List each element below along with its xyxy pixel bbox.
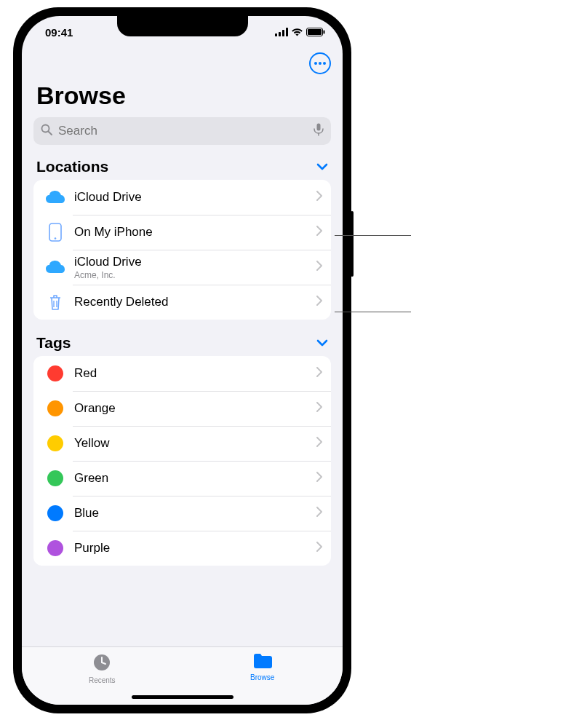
location-row-recently-deleted[interactable]: Recently Deleted	[33, 285, 331, 320]
tab-label: Browse	[250, 673, 274, 681]
chevron-right-icon	[316, 367, 322, 380]
chevron-right-icon	[316, 226, 322, 239]
phone-frame: 09:41 Browse	[13, 7, 351, 713]
svg-line-11	[49, 132, 52, 135]
tag-dot-icon	[44, 435, 67, 451]
chevron-down-icon	[316, 336, 328, 349]
icloud-icon	[44, 190, 67, 205]
icloud-icon	[44, 260, 67, 274]
cellular-icon	[275, 26, 288, 39]
chevron-right-icon	[316, 507, 322, 520]
home-indicator[interactable]	[132, 695, 233, 699]
row-label: Red	[74, 366, 316, 381]
svg-rect-3	[286, 28, 288, 36]
row-sublabel: Acme, Inc.	[74, 270, 316, 280]
row-label: Green	[74, 471, 316, 486]
row-label: Blue	[74, 506, 316, 521]
notch	[117, 16, 248, 36]
tag-dot-icon	[44, 470, 67, 486]
chevron-down-icon	[316, 160, 328, 173]
tag-row[interactable]: Blue	[33, 496, 331, 531]
tag-row[interactable]: Red	[33, 356, 331, 391]
tag-dot-icon	[44, 365, 67, 381]
iphone-icon	[44, 223, 67, 242]
tag-row[interactable]: Purple	[33, 531, 331, 566]
tags-header[interactable]: Tags	[22, 334, 343, 356]
svg-point-8	[319, 62, 322, 65]
row-label: Yellow	[74, 436, 316, 451]
clock-icon	[92, 653, 111, 675]
chevron-right-icon	[316, 296, 322, 309]
row-label: On My iPhone	[74, 225, 316, 240]
row-label: iCloud Drive	[74, 190, 316, 205]
locations-title: Locations	[36, 158, 108, 175]
row-label: iCloud Drive	[74, 255, 316, 269]
svg-rect-0	[275, 33, 277, 36]
svg-point-7	[314, 62, 317, 65]
svg-rect-2	[282, 30, 284, 36]
content-area: Locations iCloud Drive On M	[22, 158, 343, 646]
screen: 09:41 Browse	[22, 16, 343, 705]
nav-header	[22, 48, 343, 77]
search-input[interactable]	[58, 124, 308, 138]
battery-icon	[306, 26, 325, 39]
tab-label: Recents	[89, 676, 116, 684]
tag-row[interactable]: Orange	[33, 391, 331, 426]
power-button	[351, 211, 354, 277]
tag-dot-icon	[44, 400, 67, 416]
wifi-icon	[291, 26, 303, 39]
chevron-right-icon	[316, 261, 322, 274]
svg-point-15	[55, 237, 57, 240]
folder-icon	[252, 653, 273, 672]
svg-rect-12	[317, 124, 321, 131]
chevron-right-icon	[316, 437, 322, 450]
more-button[interactable]	[309, 52, 331, 74]
chevron-right-icon	[316, 542, 322, 555]
status-time: 09:41	[45, 26, 73, 39]
locations-header[interactable]: Locations	[22, 158, 343, 180]
location-row-on-my-iphone[interactable]: On My iPhone	[33, 215, 331, 250]
tag-row[interactable]: Yellow	[33, 426, 331, 461]
search-icon	[41, 124, 52, 138]
tag-dot-icon	[44, 540, 67, 556]
row-label: Orange	[74, 401, 316, 416]
status-right	[275, 26, 325, 39]
chevron-right-icon	[316, 191, 322, 204]
trash-icon	[44, 293, 67, 311]
tags-title: Tags	[36, 334, 71, 352]
location-row-icloud[interactable]: iCloud Drive	[33, 180, 331, 215]
tag-dot-icon	[44, 505, 67, 521]
location-row-icloud-work[interactable]: iCloud Drive Acme, Inc.	[33, 250, 331, 285]
chevron-right-icon	[316, 402, 322, 415]
svg-point-9	[323, 62, 326, 65]
tag-row[interactable]: Green	[33, 461, 331, 496]
callout-line	[335, 312, 411, 312]
tags-card: Red Orange Yellow Green	[33, 356, 331, 566]
svg-rect-6	[324, 30, 325, 33]
svg-rect-1	[279, 32, 281, 36]
locations-card: iCloud Drive On My iPhone iCloud Driv	[33, 180, 331, 320]
search-bar[interactable]	[33, 117, 331, 145]
page-title: Browse	[22, 77, 343, 114]
callout-line	[335, 235, 411, 236]
row-label: Purple	[74, 541, 316, 555]
svg-rect-5	[308, 29, 322, 35]
mic-icon[interactable]	[314, 123, 324, 139]
row-label: Recently Deleted	[74, 295, 316, 309]
chevron-right-icon	[316, 472, 322, 485]
ellipsis-icon	[314, 62, 326, 65]
